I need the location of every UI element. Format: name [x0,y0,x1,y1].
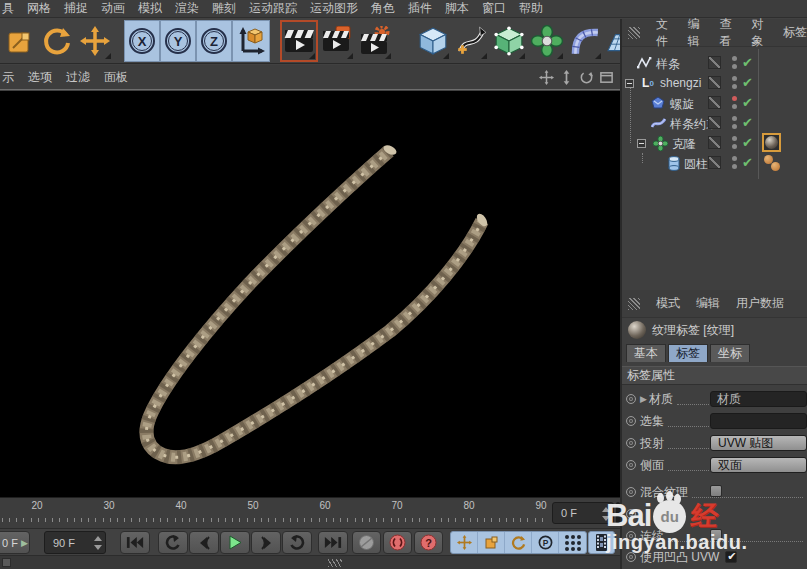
visibility-dots[interactable] [732,155,738,171]
viewport-canvas[interactable] [0,91,620,497]
rotate-tool-icon[interactable] [38,20,76,62]
tree-row-cloner[interactable]: 克隆 [622,133,807,153]
current-frame-marker[interactable]: 0 F▶ [0,531,30,554]
key-parameter-toggle[interactable]: P [532,532,559,553]
anim-circle-icon[interactable] [626,416,636,426]
enabled-check-icon[interactable] [742,95,753,110]
om-menu-tags[interactable]: 标签 [783,24,807,41]
side-dropdown[interactable]: 双面 [710,457,807,473]
attr-menu-userdata[interactable]: 用户数据 [736,295,784,312]
next-frame-button[interactable] [251,531,281,554]
tree-row-spline[interactable]: 样条 [622,53,807,73]
visibility-dots[interactable] [732,55,738,71]
anim-circle-icon[interactable] [626,531,636,541]
menu-plugins[interactable]: 插件 [408,0,432,17]
viewport-toggle-views-icon[interactable] [599,70,614,85]
menu-simulate[interactable]: 模拟 [138,0,162,17]
collapse-expander[interactable] [637,139,646,148]
autokey-help-button[interactable]: ? [414,531,443,554]
attr-menu-mode[interactable]: 模式 [656,295,680,312]
object-label[interactable]: 克隆 [672,136,696,153]
menu-render[interactable]: 渲染 [175,0,199,17]
render-view-button[interactable] [280,20,318,62]
strip-grip-icon[interactable] [328,559,342,567]
visibility-dots[interactable] [732,135,738,151]
menu-script[interactable]: 脚本 [445,0,469,17]
goto-start-button[interactable] [120,531,150,554]
key-rotation-toggle[interactable] [505,532,532,553]
lock-z-axis-button[interactable]: Z [196,20,232,62]
record-active-objects-button[interactable] [383,531,412,554]
goto-next-key-button[interactable] [282,531,312,554]
menu-mesh[interactable]: 网格 [27,0,51,17]
tree-row-helix[interactable]: 螺旋 [622,93,807,113]
tree-row-spline-wrap[interactable]: 样条约束 [622,113,807,133]
object-label[interactable]: 螺旋 [670,96,694,113]
layer-box[interactable] [708,76,721,89]
viewport-pan-icon[interactable] [539,70,554,85]
menu-motion-tracker[interactable]: 运动跟踪 [249,0,297,17]
vp-menu-options[interactable]: 选项 [28,69,52,86]
record-position-button[interactable] [352,531,381,554]
enabled-check-icon[interactable] [742,75,753,90]
layer-box[interactable] [708,56,721,69]
tree-row-cylinder[interactable]: 圆柱 [622,153,807,173]
key-pla-toggle[interactable] [559,532,586,553]
expand-triangle-icon[interactable]: ▶ [640,394,647,404]
visibility-dots[interactable] [732,75,738,91]
object-label[interactable]: 样条 [656,56,680,73]
anim-circle-icon[interactable] [626,487,636,497]
seamless-checkbox[interactable] [710,529,722,541]
viewport-orbit-icon[interactable] [579,70,594,85]
mix-textures-checkbox[interactable] [710,485,722,497]
vp-menu-panel[interactable]: 面板 [104,69,128,86]
current-frame-field[interactable]: 0 F [552,502,614,524]
panel-grip-icon[interactable] [628,27,640,39]
tab-basic[interactable]: 基本 [626,344,666,362]
om-menu-edit[interactable]: 编辑 [688,16,704,50]
ruler-end-handle[interactable] [616,502,620,524]
texture-tag-selected[interactable] [762,133,781,152]
layer-box[interactable] [708,156,721,169]
om-menu-view[interactable]: 查看 [720,16,736,50]
add-cube-icon[interactable] [414,20,452,62]
add-mograph-cloner-icon[interactable] [528,20,566,62]
menu-mograph[interactable]: 运动图形 [310,0,358,17]
key-scale-toggle[interactable] [478,532,505,553]
rope-object[interactable] [0,91,620,497]
anim-circle-icon[interactable] [626,509,636,519]
visibility-dots[interactable] [732,115,738,131]
anim-circle-icon[interactable] [626,394,636,404]
enabled-check-icon[interactable] [742,115,753,130]
viewport-dolly-icon[interactable] [559,70,574,85]
object-label[interactable]: 圆柱 [684,156,708,173]
key-position-toggle[interactable] [451,532,478,553]
add-subdivision-surface-icon[interactable] [490,20,528,62]
panel-grip-icon[interactable] [628,298,640,310]
tree-row-shengzi[interactable]: L0 shengzi [622,73,807,93]
menu-sculpt[interactable]: 雕刻 [212,0,236,17]
goto-prev-key-button[interactable] [158,531,188,554]
layer-box[interactable] [708,116,721,129]
edit-render-settings-button[interactable] [356,20,394,62]
render-to-picture-viewer-button[interactable] [318,20,356,62]
object-label[interactable]: shengzi [660,76,701,90]
anim-circle-icon[interactable] [626,438,636,448]
lock-x-axis-button[interactable]: X [124,20,160,62]
coordinate-system-icon[interactable] [232,20,270,62]
om-menu-file[interactable]: 文件 [656,16,672,50]
prev-frame-button[interactable] [189,531,219,554]
tab-coordinates[interactable]: 坐标 [710,344,750,362]
om-menu-objects[interactable]: 对象 [751,16,767,50]
collapse-expander[interactable] [625,79,634,88]
end-frame-field[interactable]: 90 F [44,531,106,554]
vp-menu-display[interactable]: 示 [2,69,14,86]
material-field[interactable]: 材质 [710,391,807,407]
projection-dropdown[interactable]: UVW 贴图 [710,435,807,451]
visibility-dots[interactable] [732,95,738,111]
menu-tools[interactable]: 具 [2,0,14,17]
enabled-check-icon[interactable] [742,135,753,150]
spinner-icon[interactable] [94,535,102,551]
timeline-ruler[interactable]: 20 30 40 50 60 70 80 90 0 F [0,497,620,528]
anim-circle-icon[interactable] [626,552,636,562]
